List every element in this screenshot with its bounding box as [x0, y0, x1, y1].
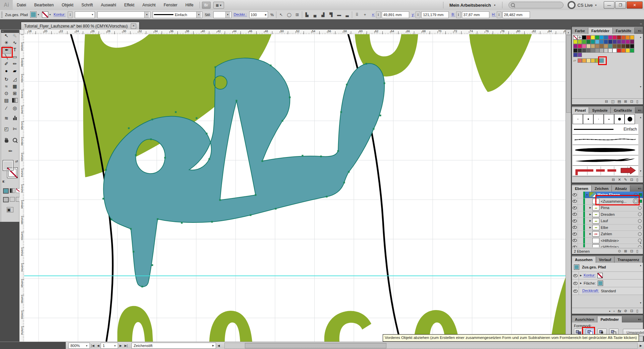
appearance-row-kontur-[interactable]: ▶Kontur: — [572, 272, 643, 280]
swatch[interactable] — [573, 40, 578, 44]
select-similar-icon[interactable]: ↖ — [278, 12, 284, 17]
field-input[interactable]: 28,482 mm — [502, 11, 530, 18]
selection-tool[interactable]: ↖ — [2, 32, 10, 39]
lock-toggle[interactable] — [578, 218, 583, 224]
swatch[interactable] — [626, 35, 630, 40]
brush-item[interactable] — [604, 114, 614, 124]
swatch[interactable] — [599, 40, 604, 44]
swatch[interactable] — [630, 48, 634, 53]
close-icon[interactable]: ✕ — [627, 1, 643, 9]
swatch-libraries-icon[interactable]: ⊟ — [605, 99, 608, 104]
align-bottom-icon[interactable]: ▃ — [344, 12, 351, 17]
panel-menu-icon[interactable]: ▾≡ — [643, 258, 644, 263]
pencil-detail-tool[interactable]: ✏ — [6, 147, 14, 154]
blob-brush-tool[interactable]: ● — [2, 67, 10, 74]
menu-hilfe[interactable]: Hilfe — [181, 0, 198, 10]
panel-menu-icon[interactable]: ▾≡ — [636, 109, 643, 113]
swatch[interactable] — [591, 35, 595, 40]
swatch[interactable] — [626, 44, 630, 48]
brush-options-icon[interactable]: ✎ — [624, 178, 627, 182]
tab-transparenz[interactable]: Transparenz — [614, 256, 643, 263]
swatch[interactable] — [586, 40, 591, 44]
align-center-icon[interactable]: ▄ — [312, 12, 318, 17]
variable-width-profile-select[interactable]: Einfach ▼ — [153, 11, 202, 18]
scroll-down-icon[interactable]: ▼ — [639, 86, 643, 88]
panel-menu-icon[interactable]: ▾≡ — [636, 187, 643, 192]
swatch[interactable] — [591, 44, 595, 48]
brush-definition-select[interactable]: ▼ — [97, 11, 150, 18]
menu-objekt[interactable]: Objekt — [58, 0, 77, 10]
expander-icon[interactable]: ▶ — [588, 219, 592, 222]
swatch[interactable] — [595, 48, 599, 53]
swatch[interactable] — [595, 58, 599, 63]
swatch[interactable] — [578, 44, 582, 48]
swatch[interactable] — [586, 35, 591, 40]
field-label[interactable]: H: — [492, 13, 496, 17]
swatch[interactable] — [582, 40, 586, 44]
scroll-up-icon[interactable]: ▲ — [639, 264, 643, 266]
ruler-origin[interactable] — [19, 30, 24, 34]
scroll-up-icon[interactable]: ▲ — [566, 30, 571, 35]
scroll-down-icon[interactable]: ▼ — [639, 302, 643, 304]
screen-mode-button[interactable]: ▣ — [7, 207, 13, 212]
panel-menu-icon[interactable]: ▾≡ — [636, 318, 643, 322]
free-transform-tool[interactable]: ▦ — [11, 83, 19, 90]
field-stepper[interactable]: ▲▼ — [376, 11, 381, 18]
layer-row--zusammeng-[interactable]: ≈<Zusammeng... — [572, 198, 643, 205]
tab-pathfinder[interactable]: Pathfinder — [597, 316, 622, 322]
swatch[interactable] — [599, 44, 604, 48]
brush-item-arrow[interactable] — [573, 166, 638, 176]
stroke-color-swatch[interactable] — [42, 11, 48, 18]
slice-tool[interactable]: ✄ — [11, 125, 19, 132]
swatch[interactable]: ▱ — [573, 58, 578, 63]
horizontal-ruler[interactable]: 1820222426283032343638404244464850525456… — [24, 30, 566, 35]
pen-tool[interactable]: ✒ — [2, 46, 11, 54]
tab-symbole[interactable]: Symbole — [589, 107, 611, 113]
graphic-style-select[interactable]: ▼ — [213, 11, 231, 18]
tab-zeichen[interactable]: Zeichen — [592, 185, 612, 192]
lock-toggle[interactable] — [578, 231, 583, 237]
tab-farbe[interactable]: Farbe — [572, 28, 588, 34]
lock-toggle[interactable] — [578, 244, 583, 247]
expander-icon[interactable]: ▶ — [588, 226, 592, 229]
brush-item-taper[interactable] — [573, 145, 638, 155]
lock-toggle[interactable] — [578, 225, 583, 231]
restore-icon[interactable]: ❐ — [615, 1, 626, 9]
draw-normal-button[interactable] — [3, 197, 9, 202]
zoom-level-select[interactable]: 800% ▼ — [68, 343, 90, 349]
appearance-row-deckkraft-[interactable]: Deckkraft:Standard — [572, 287, 643, 295]
brush-item[interactable] — [593, 114, 604, 124]
paintbrush-tool[interactable]: ✐ — [2, 60, 10, 67]
field-stepper[interactable]: ▲▼ — [497, 11, 501, 18]
expander-icon[interactable]: ▶ — [588, 206, 592, 209]
swatch[interactable] — [604, 35, 608, 40]
menu-schrift[interactable]: Schrift — [77, 0, 97, 10]
fx-icon[interactable]: fx — [618, 309, 621, 313]
horizontal-scrollbar[interactable] — [224, 343, 638, 349]
swatch[interactable] — [578, 58, 582, 63]
panel-menu-icon[interactable]: ▾≡ — [636, 29, 643, 34]
layer-row--hilfslinie-[interactable]: <Hilfslinie> — [572, 244, 643, 247]
swatch[interactable] — [591, 58, 595, 63]
lock-toggle[interactable] — [578, 211, 583, 218]
type-tool[interactable]: T — [11, 46, 19, 53]
zoom-tool[interactable] — [11, 137, 19, 144]
hand-tool[interactable] — [2, 137, 10, 144]
swatch[interactable] — [617, 40, 621, 44]
swatch[interactable] — [630, 44, 634, 48]
panel-grip[interactable] — [1, 12, 3, 18]
field-label[interactable]: x: — [372, 13, 375, 17]
gradient-tool[interactable] — [11, 97, 19, 104]
menu-effekt[interactable]: Effekt — [120, 0, 138, 10]
transform-icon[interactable]: ⠿ — [354, 12, 360, 17]
vertical-scrollbar[interactable]: ▲ ▼ — [566, 30, 571, 342]
swatch[interactable] — [573, 48, 578, 53]
field-stepper[interactable]: ▲▼ — [416, 11, 420, 18]
swatch[interactable] — [626, 40, 630, 44]
swatch[interactable] — [621, 35, 626, 40]
duplicate-item-icon[interactable]: ⊡ — [630, 309, 633, 313]
brush-item-plain[interactable]: Einfach — [573, 124, 638, 135]
mesh-tool[interactable]: ▤ — [2, 97, 10, 104]
swatch[interactable] — [595, 44, 599, 48]
stroke-weight-link[interactable]: Kontur: — [54, 13, 65, 17]
